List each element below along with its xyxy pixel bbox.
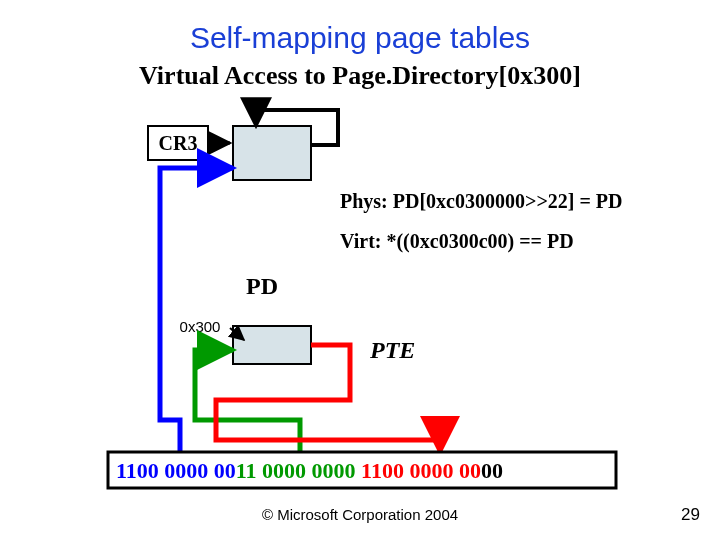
svg-text:1100 0000 0011 0000 0000 1100 : 1100 0000 0011 0000 0000 1100 0000 0000 — [116, 458, 503, 483]
pd-top-cell — [233, 126, 311, 180]
phys-line: Phys: PD[0xc0300000>>22] = PD — [340, 190, 623, 213]
pte-label: PTE — [369, 337, 415, 363]
footer-copyright: © Microsoft Corporation 2004 — [262, 506, 458, 523]
virt-line: Virt: *((0xc0300c00) == PD — [340, 230, 574, 253]
pd-label: PD — [246, 273, 278, 299]
bits-b4: 00 — [481, 458, 503, 483]
bits-b3: 1100 0000 00 — [361, 458, 481, 483]
subtitle: Virtual Access to Page.Directory[0x300] — [139, 61, 581, 90]
slide-number: 29 — [681, 505, 700, 524]
bits-b1: 1100 0000 00 — [116, 458, 236, 483]
title: Self-mapping page tables — [190, 21, 530, 54]
bits-b2: 11 0000 0000 — [236, 458, 361, 483]
pd-mid-cell — [233, 326, 311, 364]
idx-label: 0x300 — [180, 318, 221, 335]
cr3-label: CR3 — [159, 132, 198, 154]
